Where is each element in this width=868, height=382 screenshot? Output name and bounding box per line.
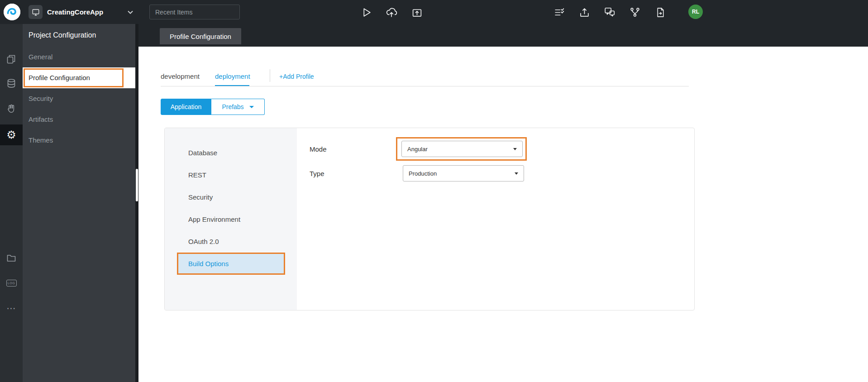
preview-button[interactable] — [410, 5, 424, 19]
rail-item-logs[interactable]: LOG — [0, 276, 23, 290]
subnav-item-security[interactable]: Security — [165, 186, 297, 208]
project-name[interactable]: CreatingCoreApp — [47, 0, 103, 24]
monitor-icon — [32, 8, 40, 16]
translate-chat-icon — [604, 6, 615, 18]
subnav-item-app-environment[interactable]: App Environment — [165, 208, 297, 230]
ellipsis-icon: ⋯ — [7, 306, 16, 310]
chevron-down-icon — [515, 172, 518, 175]
wavemaker-logo[interactable] — [4, 4, 20, 20]
rail-item-more[interactable]: ⋯ — [0, 301, 23, 315]
application-button[interactable]: Application — [161, 99, 211, 115]
pages-icon — [6, 54, 16, 64]
annotation-build-options: Build Options — [177, 253, 285, 275]
tabs-rule — [161, 86, 689, 86]
project-avatar[interactable] — [29, 5, 43, 19]
tab-development[interactable]: development — [161, 72, 200, 80]
app-root: CreatingCoreApp — [0, 0, 868, 382]
hand-icon — [6, 104, 16, 114]
annotation-mode-select: Angular — [396, 137, 527, 161]
branch-icon — [629, 6, 641, 18]
run-button[interactable] — [359, 5, 373, 19]
left-rail: ⚙ LOG ⋯ — [0, 24, 23, 382]
localization-button[interactable] — [603, 5, 616, 19]
upload-tray-icon — [579, 7, 590, 18]
export-window-icon — [411, 7, 423, 18]
type-select[interactable]: Production — [403, 165, 524, 181]
main-content: development deployment +Add Profile Appl… — [138, 47, 868, 382]
user-avatar[interactable]: RL — [688, 5, 703, 19]
chevron-down-icon — [249, 106, 254, 108]
sidebar-scroll-thumb[interactable] — [136, 169, 138, 201]
sidebar-title: Project Configuration — [23, 24, 135, 47]
task-queue-button[interactable] — [552, 5, 566, 19]
rail-item-files[interactable] — [0, 251, 23, 265]
rail-item-widgets[interactable] — [0, 102, 23, 115]
deploy-button[interactable] — [385, 5, 398, 19]
tabs-divider — [270, 69, 270, 82]
publish-button[interactable] — [577, 5, 591, 19]
tab-deployment[interactable]: deployment — [215, 72, 250, 80]
subnav-item-database[interactable]: Database — [165, 142, 297, 164]
main-tabstrip: Profile Configuration — [138, 24, 868, 47]
rail-item-pages[interactable] — [0, 53, 23, 66]
database-icon — [6, 78, 16, 88]
sidebar-item-profile-configuration[interactable]: Profile Configuration — [23, 67, 135, 88]
subnav-item-rest[interactable]: REST — [165, 164, 297, 186]
prefabs-button[interactable]: Prefabs — [211, 99, 265, 115]
mode-select-value: Angular — [407, 146, 428, 153]
add-profile-button[interactable]: +Add Profile — [279, 73, 314, 80]
type-label: Type — [310, 170, 324, 177]
chevron-down-icon[interactable] — [128, 10, 133, 14]
subnav-item-oauth[interactable]: OAuth 2.0 — [165, 230, 297, 253]
tab-profile-configuration[interactable]: Profile Configuration — [160, 28, 241, 44]
mode-select[interactable]: Angular — [401, 141, 523, 157]
version-control-button[interactable] — [628, 5, 642, 19]
folder-icon — [6, 253, 16, 263]
panel-subnav: Database REST Security App Environment O… — [165, 128, 297, 310]
sidebar-item-general[interactable]: General — [23, 47, 135, 67]
subnav-item-build-options[interactable]: Build Options — [178, 254, 284, 273]
checklist-icon — [553, 7, 565, 18]
type-select-value: Production — [409, 170, 437, 177]
settings-sidebar: Project Configuration General Profile Co… — [23, 24, 135, 382]
file-export-icon — [655, 7, 666, 18]
gear-icon: ⚙ — [6, 129, 16, 140]
rail-item-database[interactable] — [0, 76, 23, 90]
sidebar-item-security[interactable]: Security — [23, 88, 135, 109]
rail-item-settings[interactable]: ⚙ — [0, 124, 23, 145]
profile-panel: Database REST Security App Environment O… — [164, 128, 695, 310]
cloud-upload-icon — [386, 6, 397, 18]
main-area: Profile Configuration development deploy… — [138, 24, 868, 382]
sidebar-item-artifacts[interactable]: Artifacts — [23, 109, 135, 130]
play-icon — [361, 7, 372, 18]
scope-toggle: Application Prefabs — [161, 99, 265, 115]
logo-swirl-icon — [4, 4, 20, 20]
log-icon: LOG — [6, 280, 17, 286]
recent-items-input[interactable] — [149, 5, 240, 19]
export-project-button[interactable] — [653, 5, 667, 19]
topbar: CreatingCoreApp — [0, 0, 868, 24]
mode-label: Mode — [310, 145, 327, 153]
sidebar-item-themes[interactable]: Themes — [23, 130, 135, 151]
sidebar-scroll-track — [135, 24, 138, 382]
chevron-down-icon — [513, 148, 517, 150]
